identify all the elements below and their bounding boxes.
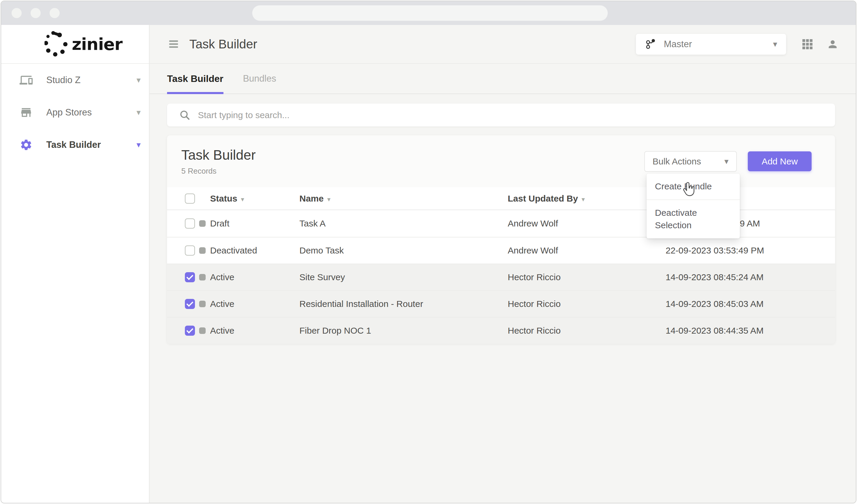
table-row[interactable]: Deactivated Demo Task Andrew Wolf 22-09-… (167, 237, 835, 264)
search-input[interactable] (198, 110, 835, 120)
sidebar-item-task-builder[interactable]: Task Builder ▾ (1, 129, 149, 161)
bulk-actions-menu: Create Bundle Deactivate Selection (646, 174, 740, 238)
close-window-icon[interactable] (12, 8, 22, 18)
user-profile-icon[interactable] (827, 38, 839, 50)
gear-icon (20, 138, 33, 151)
browser-titlebar (1, 1, 856, 25)
chevron-down-icon: ▾ (136, 75, 141, 85)
brand-name: zinier (72, 34, 122, 54)
chevron-down-icon: ▾ (136, 140, 141, 150)
cell-last-updated-on: 14-09-2023 08:45:03 AM (666, 299, 835, 309)
row-select-checkbox[interactable] (185, 246, 195, 255)
tab-task-builder[interactable]: Task Builder (167, 64, 223, 94)
brand-logo: zinier (1, 25, 149, 64)
sidebar-item-app-stores[interactable]: App Stores ▾ (1, 96, 149, 129)
cell-last-updated-by: Andrew Wolf (508, 246, 666, 255)
cell-name: Residential Installation - Router (299, 299, 508, 309)
table-row[interactable]: Active Fiber Drop NOC 1 Hector Riccio 14… (167, 317, 835, 344)
tab-bundles[interactable]: Bundles (243, 64, 276, 94)
cell-status: Active (199, 325, 299, 336)
workspace-select[interactable]: Master ▾ (636, 34, 786, 55)
row-select-checkbox[interactable] (185, 299, 195, 309)
menu-item-deactivate-selection[interactable]: Deactivate Selection (646, 200, 740, 238)
sidebar-nav: Studio Z ▾ App Stores ▾ (1, 64, 149, 161)
cell-last-updated-by: Hector Riccio (508, 272, 666, 282)
devices-icon (20, 73, 33, 87)
sort-icon: ▾ (582, 196, 585, 203)
sidebar-item-label: App Stores (46, 107, 92, 118)
cell-last-updated-by: Hector Riccio (508, 325, 666, 336)
chevron-down-icon: ▾ (724, 156, 728, 166)
row-select-checkbox[interactable] (185, 325, 195, 336)
main-content: Task Builder Master (150, 25, 856, 503)
status-indicator-icon (199, 274, 206, 281)
menu-item-create-bundle[interactable]: Create Bundle (646, 174, 740, 200)
browser-window: zinier Studio Z ▾ (1, 1, 856, 503)
status-indicator-icon (199, 301, 206, 307)
bulk-actions-select[interactable]: Bulk Actions ▾ (644, 151, 737, 172)
page-title: Task Builder (189, 37, 257, 51)
column-header-last-updated-by[interactable]: Last Updated By▾ (508, 194, 666, 204)
maximize-window-icon[interactable] (50, 8, 60, 18)
cell-name: Demo Task (299, 246, 508, 255)
bulk-actions-label: Bulk Actions (653, 156, 701, 167)
row-select-checkbox[interactable] (185, 272, 195, 282)
cell-last-updated-on: 22-09-2023 03:53:49 PM (666, 246, 835, 255)
add-new-button[interactable]: Add New (748, 151, 811, 171)
cell-status: Deactivated (199, 246, 299, 255)
page-header: Task Builder Master (150, 25, 856, 64)
window-controls[interactable] (12, 8, 60, 18)
row-select-checkbox[interactable] (185, 218, 195, 229)
search-icon (180, 110, 190, 120)
column-header-status[interactable]: Status▾ (199, 194, 299, 204)
sidebar-item-studio-z[interactable]: Studio Z ▾ (1, 64, 149, 96)
cell-name: Fiber Drop NOC 1 (299, 325, 508, 336)
cell-name: Site Survey (299, 272, 508, 282)
cell-last-updated-on: 14-09-2023 08:44:35 AM (666, 325, 835, 336)
cell-status: Draft (199, 218, 299, 229)
search-bar (167, 104, 835, 127)
store-icon (20, 106, 33, 119)
cell-last-updated-by: Hector Riccio (508, 299, 666, 309)
table-row[interactable]: Active Site Survey Hector Riccio 14-09-2… (167, 264, 835, 290)
panel-title: Task Builder (181, 147, 256, 163)
cell-last-updated-by: Andrew Wolf (508, 218, 666, 229)
sidebar-item-label: Task Builder (46, 139, 101, 150)
select-all-checkbox[interactable] (185, 194, 195, 204)
workspace-value: Master (664, 39, 692, 50)
sidebar-item-label: Studio Z (46, 75, 80, 85)
sort-icon: ▾ (241, 196, 244, 203)
task-builder-panel: Task Builder 5 Records Bulk Actions ▾ Ad… (167, 135, 835, 344)
sidebar: zinier Studio Z ▾ (1, 25, 150, 503)
sort-icon: ▾ (327, 196, 331, 203)
apps-grid-icon[interactable] (802, 39, 812, 49)
status-indicator-icon (199, 247, 206, 254)
table-row[interactable]: Active Residential Installation - Router… (167, 290, 835, 317)
cell-status: Active (199, 299, 299, 309)
cell-status: Active (199, 272, 299, 282)
chevron-down-icon: ▾ (773, 39, 777, 49)
column-header-name[interactable]: Name▾ (299, 194, 508, 204)
record-count: 5 Records (181, 167, 256, 176)
cell-last-updated-on: 14-09-2023 08:45:24 AM (666, 272, 835, 282)
chevron-down-icon: ▾ (136, 107, 141, 117)
minimize-window-icon[interactable] (31, 8, 41, 18)
tab-bar: Task Builder Bundles (150, 64, 856, 94)
address-bar[interactable] (252, 5, 608, 21)
cursor-pointer-icon (682, 182, 695, 201)
status-indicator-icon (199, 327, 206, 334)
branch-icon (645, 38, 657, 50)
hamburger-menu-icon[interactable] (169, 39, 178, 49)
zinier-logo-icon (45, 30, 68, 58)
cell-name: Task A (299, 218, 508, 229)
status-indicator-icon (199, 220, 206, 227)
